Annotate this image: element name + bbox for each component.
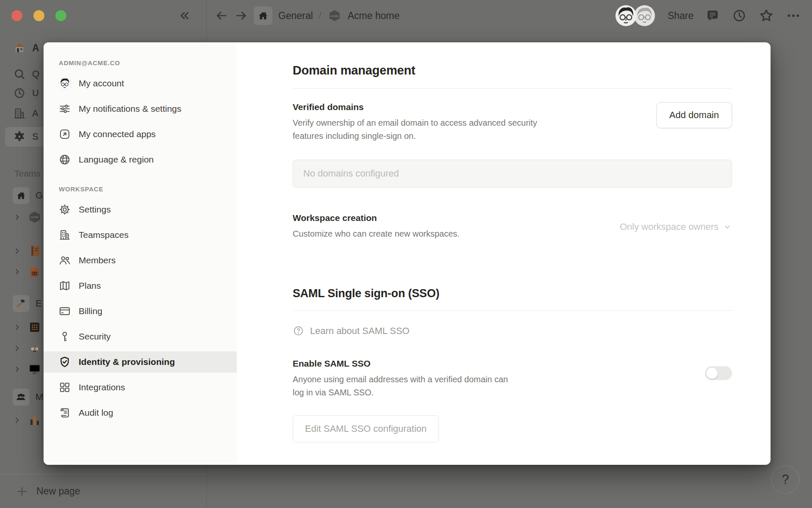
workspace-creation-selected-option: Only workspace owners xyxy=(620,221,719,232)
settings-item-language-region[interactable]: Language & region xyxy=(44,149,237,170)
chevron-right-icon xyxy=(13,213,22,222)
workspace-creation-dropdown[interactable]: Only workspace owners xyxy=(620,221,732,232)
house-emoji-icon xyxy=(13,41,26,55)
chevron-right-icon xyxy=(13,344,22,353)
settings-item-teamspaces[interactable]: Teamspaces xyxy=(44,224,237,246)
share-button[interactable]: Share xyxy=(668,10,694,22)
workspace-creation-description: Customize who can create new workspaces. xyxy=(293,227,460,240)
settings-item-billing[interactable]: Billing xyxy=(44,301,237,322)
comments-icon[interactable] xyxy=(705,8,720,23)
sidebar-collapse-icon[interactable] xyxy=(177,8,191,23)
breadcrumb-page[interactable]: Acme home xyxy=(348,10,400,22)
enable-saml-title: Enable SAML SSO xyxy=(293,359,513,369)
close-window-button[interactable] xyxy=(11,10,22,21)
building-icon xyxy=(13,107,26,120)
acme-logo-icon: ACME xyxy=(28,210,41,224)
chevron-right-icon xyxy=(13,364,22,374)
search-icon xyxy=(13,67,26,81)
zoom-window-button[interactable] xyxy=(55,10,66,21)
settings-modal: ADMIN@ACME.CO My account My notification… xyxy=(44,42,771,465)
settings-item-security[interactable]: Security xyxy=(44,326,237,347)
toggle-knob xyxy=(706,367,718,379)
breadcrumb-home-icon[interactable] xyxy=(254,6,272,25)
learn-saml-link[interactable]: Learn about SAML SSO xyxy=(293,325,732,337)
svg-text:ACME: ACME xyxy=(31,216,38,218)
notebook-emoji-icon xyxy=(28,244,41,258)
question-circle-icon xyxy=(293,325,304,337)
forward-arrow-icon[interactable] xyxy=(234,9,248,22)
account-section-label: ADMIN@ACME.CO xyxy=(44,59,237,67)
settings-item-audit-log[interactable]: Audit log xyxy=(44,402,237,423)
breadcrumb-separator: / xyxy=(319,10,321,21)
settings-item-identity-provisioning[interactable]: Identity & provisioning xyxy=(44,351,237,373)
window-controls xyxy=(11,10,66,21)
settings-modal-sidebar: ADMIN@ACME.CO My account My notification… xyxy=(44,42,237,465)
gear-icon xyxy=(13,130,26,144)
domain-management-title: Domain management xyxy=(293,63,732,78)
avatar-1 xyxy=(615,5,637,27)
people-icon xyxy=(58,254,71,267)
building-icon xyxy=(58,228,71,242)
verified-domains-row: Verified domains Verify ownership of an … xyxy=(293,102,732,143)
sliders-icon xyxy=(58,102,71,116)
grid-icon xyxy=(58,381,71,394)
topbar-actions: Share xyxy=(615,0,801,31)
presence-avatars[interactable] xyxy=(615,4,656,27)
settings-item-my-account[interactable]: My account xyxy=(44,73,237,94)
history-clock-icon[interactable] xyxy=(732,8,747,23)
telephone-emoji-icon xyxy=(28,265,41,279)
verified-domains-description: Verify ownership of an email domain to a… xyxy=(293,116,549,143)
breadcrumb: General / ACME Acme home xyxy=(215,6,400,25)
help-button[interactable]: ? xyxy=(771,466,799,494)
teams-section-label: Teams xyxy=(14,168,41,179)
verified-domains-title: Verified domains xyxy=(293,102,549,112)
home-teamspace-icon xyxy=(13,187,30,204)
gear-icon xyxy=(58,203,71,216)
settings-item-members[interactable]: Members xyxy=(44,250,237,271)
chart-emoji-icon xyxy=(28,414,41,427)
globe-icon xyxy=(58,153,71,166)
plus-icon xyxy=(16,486,28,497)
saml-section-title: SAML Single sign-on (SSO) xyxy=(293,287,732,300)
minimize-window-button[interactable] xyxy=(33,10,44,21)
back-arrow-icon[interactable] xyxy=(215,9,228,22)
settings-item-integrations[interactable]: Integrations xyxy=(44,377,237,398)
clock-icon xyxy=(13,86,26,100)
section-divider xyxy=(293,310,732,311)
credit-card-icon xyxy=(58,304,71,318)
monitor-emoji-icon xyxy=(28,362,41,376)
workspace-name: A xyxy=(32,42,39,54)
shield-check-icon xyxy=(58,355,71,369)
chevron-right-icon xyxy=(13,267,22,276)
svg-text:ACME: ACME xyxy=(330,15,338,17)
verified-domains-empty-input[interactable] xyxy=(293,160,732,188)
more-options-icon[interactable] xyxy=(786,8,801,23)
add-domain-button[interactable]: Add domain xyxy=(656,102,732,128)
workspace-section-label: WORKSPACE xyxy=(44,185,237,193)
robot-emoji-icon xyxy=(28,342,41,355)
breadcrumb-teamspace[interactable]: General xyxy=(278,10,313,22)
new-page-label: New page xyxy=(36,486,80,497)
learn-saml-label: Learn about SAML SSO xyxy=(310,326,409,337)
settings-item-settings[interactable]: Settings xyxy=(44,199,237,220)
chevron-down-icon xyxy=(723,222,732,232)
settings-item-plans[interactable]: Plans xyxy=(44,275,237,296)
chevron-right-icon xyxy=(13,416,22,425)
audit-scroll-icon xyxy=(58,406,71,420)
new-page-button[interactable]: New page xyxy=(0,474,207,508)
map-icon xyxy=(58,279,71,293)
hammer-teamspace-icon xyxy=(13,295,30,312)
settings-modal-content: Domain management Verified domains Verif… xyxy=(237,42,771,465)
workspace-creation-title: Workspace creation xyxy=(293,213,460,223)
people-teamspace-icon xyxy=(13,389,30,406)
calculator-emoji-icon xyxy=(28,320,41,334)
key-icon xyxy=(58,330,71,343)
section-divider xyxy=(293,88,732,88)
enable-saml-toggle[interactable] xyxy=(705,366,732,380)
edit-saml-configuration-button[interactable]: Edit SAML SSO configuration xyxy=(293,415,439,442)
favorite-star-icon[interactable] xyxy=(758,8,774,24)
chevron-right-icon xyxy=(13,323,22,332)
settings-item-connected-apps[interactable]: My connected apps xyxy=(44,124,237,145)
settings-item-notifications[interactable]: My notifications & settings xyxy=(44,98,237,119)
saml-section: SAML Single sign-on (SSO) Learn about SA… xyxy=(293,287,732,442)
